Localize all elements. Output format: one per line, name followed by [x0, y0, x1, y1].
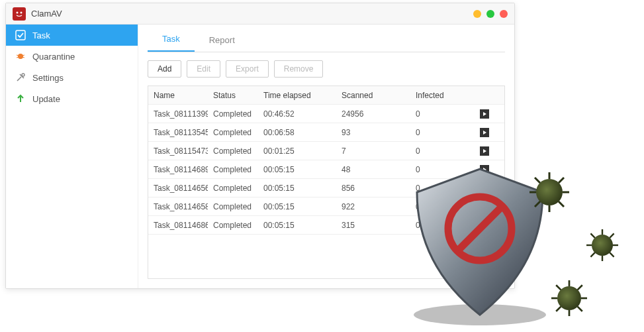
- app-window: ClamAV Task Quarantine: [5, 3, 515, 289]
- play-icon[interactable]: [480, 146, 489, 156]
- window-controls: [473, 10, 508, 18]
- cell-action: [471, 184, 498, 193]
- cell-scanned: 856: [336, 184, 410, 193]
- cell-action: [471, 146, 498, 156]
- cell-status: Completed: [208, 146, 258, 156]
- cell-infected: 0: [410, 109, 471, 119]
- export-button[interactable]: Export: [226, 60, 269, 78]
- cell-name: Task_08111399: [148, 109, 208, 119]
- tools-icon: [15, 72, 26, 83]
- sidebar-item-label: Quarantine: [32, 52, 75, 62]
- cell-infected: 0: [410, 128, 471, 137]
- close-button[interactable]: [500, 10, 508, 18]
- tab-report[interactable]: Report: [195, 28, 250, 52]
- cell-scanned: 7: [336, 146, 410, 156]
- table-row[interactable]: Task_081146868Completed00:05:153150: [148, 216, 504, 235]
- col-time[interactable]: Time elapsed: [258, 91, 336, 100]
- tab-task[interactable]: Task: [148, 27, 195, 52]
- svg-line-32: [578, 285, 582, 290]
- table-row[interactable]: Task_081146899Completed00:05:15480: [148, 160, 504, 179]
- app-icon: [13, 7, 26, 21]
- cell-time: 00:06:58: [258, 128, 336, 137]
- svg-line-14: [559, 178, 564, 183]
- svg-point-8: [22, 74, 24, 76]
- sidebar: Task Quarantine Settings Update: [6, 25, 138, 288]
- cell-status: Completed: [208, 202, 258, 211]
- check-icon: [15, 30, 26, 40]
- maximize-button[interactable]: [486, 10, 494, 18]
- cell-scanned: 315: [336, 221, 410, 230]
- svg-line-23: [610, 233, 614, 237]
- arrow-up-icon: [15, 93, 26, 104]
- table-row[interactable]: Task_081146564Completed00:05:158560: [148, 179, 504, 197]
- sidebar-item-task[interactable]: Task: [6, 25, 138, 46]
- cell-infected: 0: [410, 165, 471, 174]
- svg-line-27: [590, 252, 594, 256]
- svg-rect-2: [16, 30, 25, 40]
- window-body: Task Quarantine Settings Update: [6, 25, 514, 288]
- sidebar-item-label: Task: [32, 30, 50, 40]
- cell-action: [471, 109, 498, 119]
- cell-status: Completed: [208, 128, 258, 137]
- tabs: Task Report: [148, 25, 505, 52]
- cell-time: 00:05:15: [258, 202, 336, 211]
- col-status[interactable]: Status: [208, 91, 258, 100]
- col-scanned[interactable]: Scanned: [336, 91, 410, 100]
- cell-name: Task_081146586: [148, 202, 208, 211]
- titlebar: ClamAV: [6, 3, 514, 25]
- svg-line-20: [535, 178, 540, 183]
- table-row[interactable]: Task_081154734Completed00:01:2570: [148, 142, 504, 160]
- svg-point-21: [592, 235, 613, 256]
- cell-action: [471, 165, 498, 174]
- play-icon[interactable]: [480, 109, 489, 119]
- table-row[interactable]: Task_08111399Completed00:46:52249560: [148, 105, 504, 123]
- svg-line-18: [535, 201, 540, 207]
- table-row[interactable]: Task_081135450Completed00:06:58930: [148, 123, 504, 142]
- sidebar-item-settings[interactable]: Settings: [6, 67, 138, 88]
- cell-time: 00:01:25: [258, 146, 336, 156]
- svg-point-12: [536, 179, 563, 205]
- sidebar-item-label: Settings: [32, 73, 64, 83]
- cell-time: 00:05:15: [258, 184, 336, 193]
- cell-status: Completed: [208, 109, 258, 119]
- cell-name: Task_081146899: [148, 165, 208, 174]
- col-infected[interactable]: Infected: [410, 91, 471, 100]
- task-table: Name Status Time elapsed Scanned Infecte…: [148, 85, 505, 279]
- app-title: ClamAV: [31, 9, 62, 19]
- cell-name: Task_081146564: [148, 184, 208, 193]
- bug-icon: [15, 51, 26, 62]
- cell-name: Task_081146868: [148, 221, 208, 230]
- remove-button[interactable]: Remove: [274, 60, 324, 78]
- sidebar-item-label: Update: [32, 94, 60, 104]
- svg-line-25: [610, 252, 614, 256]
- edit-button[interactable]: Edit: [187, 60, 220, 78]
- cell-time: 00:05:15: [258, 165, 336, 174]
- cell-scanned: 93: [336, 128, 410, 137]
- svg-line-34: [578, 307, 582, 311]
- toolbar: Add Edit Export Remove: [148, 52, 505, 85]
- cell-infected: 0: [410, 221, 471, 230]
- minimize-button[interactable]: [473, 10, 481, 18]
- cell-scanned: 922: [336, 202, 410, 211]
- svg-point-3: [18, 54, 23, 59]
- play-icon[interactable]: [480, 184, 489, 193]
- sidebar-item-quarantine[interactable]: Quarantine: [6, 46, 138, 67]
- col-name[interactable]: Name: [148, 91, 208, 100]
- svg-point-1: [21, 11, 23, 13]
- add-button[interactable]: Add: [148, 60, 181, 78]
- svg-line-36: [556, 307, 561, 311]
- svg-line-16: [559, 201, 564, 207]
- svg-line-38: [556, 285, 561, 290]
- cell-action: [471, 128, 498, 137]
- cell-infected: 0: [410, 184, 471, 193]
- svg-point-0: [17, 11, 19, 13]
- sidebar-item-update[interactable]: Update: [6, 88, 138, 109]
- table-header: Name Status Time elapsed Scanned Infecte…: [148, 86, 504, 105]
- play-icon[interactable]: [480, 165, 489, 174]
- cell-status: Completed: [208, 221, 258, 230]
- cell-infected: 0: [410, 146, 471, 156]
- cell-status: Completed: [208, 184, 258, 193]
- play-icon[interactable]: [480, 128, 489, 137]
- table-row[interactable]: Task_081146586Completed00:05:159220: [148, 197, 504, 216]
- cell-time: 00:05:15: [258, 221, 336, 230]
